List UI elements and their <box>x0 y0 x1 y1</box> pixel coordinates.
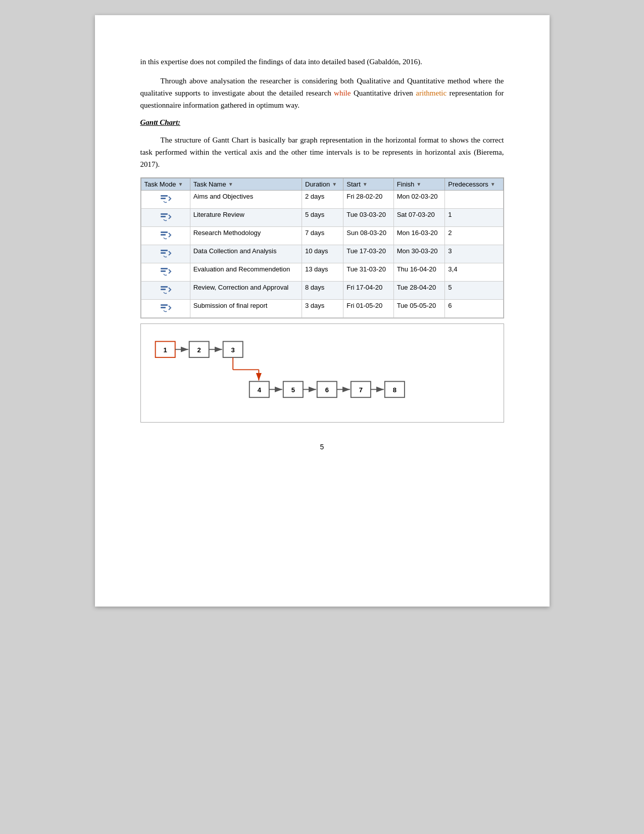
task-duration-cell: 3 days <box>302 300 343 318</box>
flow-label-5: 5 <box>291 386 294 394</box>
task-name-cell: Data Collection and Analysis <box>190 245 302 263</box>
svg-rect-1 <box>161 198 166 199</box>
svg-rect-12 <box>161 304 168 306</box>
task-name-cell: Review, Correction and Approval <box>190 282 302 300</box>
header-task-name[interactable]: Task Name ▼ <box>190 178 302 191</box>
task-mode-cell <box>141 209 190 227</box>
task-predecessors-cell: 3,4 <box>445 263 503 282</box>
page-number: 5 <box>140 443 504 451</box>
table-row: Literature Review5 daysTue 03-03-20Sat 0… <box>141 209 503 227</box>
task-mode-icon <box>160 302 172 314</box>
gantt-table-body: Aims and Objectives2 daysFri 28-02-20Mon… <box>141 191 503 318</box>
task-name-cell: Literature Review <box>190 209 302 227</box>
task-start-cell: Fri 17-04-20 <box>343 282 393 300</box>
task-start-cell: Fri 01-05-20 <box>343 300 393 318</box>
paragraph-2-middle: Quantitative driven <box>354 89 413 97</box>
table-row: Aims and Objectives2 daysFri 28-02-20Mon… <box>141 191 503 209</box>
task-mode-icon <box>160 211 172 223</box>
task-name-cell: Research Methodology <box>190 227 302 245</box>
task-mode-cell <box>141 263 190 282</box>
header-task-mode[interactable]: Task Mode ▼ <box>141 178 190 191</box>
flow-label-2: 2 <box>197 346 201 354</box>
task-finish-cell: Thu 16-04-20 <box>393 263 445 282</box>
task-finish-cell: Tue 28-04-20 <box>393 282 445 300</box>
svg-rect-8 <box>161 268 168 269</box>
gantt-table-container: Task Mode ▼ Task Name ▼ Duration ▼ <box>140 177 504 318</box>
table-row: Research Methodology7 daysSun 08-03-20Mo… <box>141 227 503 245</box>
table-row: Review, Correction and Approval8 daysFri… <box>141 282 503 300</box>
header-predecessors[interactable]: Predecessors ▼ <box>445 178 503 191</box>
document-page: in this expertise does not compiled the … <box>95 15 550 607</box>
duration-sort-arrow[interactable]: ▼ <box>332 181 337 187</box>
task-duration-cell: 7 days <box>302 227 343 245</box>
flow-diagram-container: 1 2 3 4 5 <box>140 323 504 423</box>
flow-label-1: 1 <box>163 346 167 354</box>
flow-label-3: 3 <box>231 346 234 354</box>
task-start-cell: Fri 28-02-20 <box>343 191 393 209</box>
task-name-cell: Submission of final report <box>190 300 302 318</box>
svg-rect-7 <box>161 252 166 254</box>
task-mode-icon <box>160 247 172 259</box>
paragraph-1: in this expertise does not compiled the … <box>140 56 504 68</box>
svg-rect-6 <box>161 250 168 251</box>
task-finish-cell: Mon 02-03-20 <box>393 191 445 209</box>
table-header-row: Task Mode ▼ Task Name ▼ Duration ▼ <box>141 178 503 191</box>
task-start-cell: Tue 31-03-20 <box>343 263 393 282</box>
task-mode-cell <box>141 282 190 300</box>
task-name-cell: Evaluation and Recommendetion <box>190 263 302 282</box>
task-predecessors-cell: 3 <box>445 245 503 263</box>
task-start-cell: Tue 17-03-20 <box>343 245 393 263</box>
svg-rect-0 <box>161 195 168 197</box>
word-while: while <box>334 89 351 97</box>
svg-rect-13 <box>161 307 166 308</box>
section-title: Gantt Chart: <box>140 118 504 127</box>
task-mode-icon <box>160 265 172 277</box>
task-finish-cell: Tue 05-05-20 <box>393 300 445 318</box>
table-row: Data Collection and Analysis10 daysTue 1… <box>141 245 503 263</box>
header-finish[interactable]: Finish ▼ <box>393 178 445 191</box>
paragraph-2: Through above analysation the researcher… <box>140 75 504 111</box>
gantt-table: Task Mode ▼ Task Name ▼ Duration ▼ <box>141 178 504 318</box>
paragraph-3: The structure of Gantt Chart is basicall… <box>140 134 504 170</box>
task-start-cell: Tue 03-03-20 <box>343 209 393 227</box>
task-mode-cell <box>141 227 190 245</box>
task-name-cell: Aims and Objectives <box>190 191 302 209</box>
task-duration-cell: 10 days <box>302 245 343 263</box>
task-mode-sort-arrow[interactable]: ▼ <box>178 181 183 187</box>
task-duration-cell: 2 days <box>302 191 343 209</box>
flow-label-6: 6 <box>325 386 328 394</box>
finish-sort-arrow[interactable]: ▼ <box>416 181 421 187</box>
task-mode-icon <box>160 193 172 205</box>
task-predecessors-cell: 1 <box>445 209 503 227</box>
task-duration-cell: 5 days <box>302 209 343 227</box>
task-finish-cell: Sat 07-03-20 <box>393 209 445 227</box>
flow-label-8: 8 <box>392 386 396 394</box>
svg-rect-9 <box>161 270 166 272</box>
flow-label-7: 7 <box>359 386 362 394</box>
task-finish-cell: Mon 30-03-20 <box>393 245 445 263</box>
task-duration-cell: 13 days <box>302 263 343 282</box>
header-start[interactable]: Start ▼ <box>343 178 393 191</box>
task-mode-icon <box>160 284 172 296</box>
predecessors-sort-arrow[interactable]: ▼ <box>490 181 496 187</box>
task-predecessors-cell <box>445 191 503 209</box>
task-mode-cell <box>141 245 190 263</box>
task-mode-cell <box>141 191 190 209</box>
paragraph-1-text: in this expertise does not compiled the … <box>140 58 422 66</box>
task-mode-cell <box>141 300 190 318</box>
svg-rect-4 <box>161 231 168 233</box>
paragraph-3-text: The structure of Gantt Chart is basicall… <box>140 136 504 168</box>
start-sort-arrow[interactable]: ▼ <box>363 181 368 187</box>
svg-rect-2 <box>161 213 168 215</box>
task-duration-cell: 8 days <box>302 282 343 300</box>
header-duration[interactable]: Duration ▼ <box>302 178 343 191</box>
svg-rect-3 <box>161 216 166 217</box>
task-predecessors-cell: 6 <box>445 300 503 318</box>
table-row: Submission of final report3 daysFri 01-0… <box>141 300 503 318</box>
task-start-cell: Sun 08-03-20 <box>343 227 393 245</box>
word-arithmetic: arithmetic <box>416 89 447 97</box>
task-finish-cell: Mon 16-03-20 <box>393 227 445 245</box>
table-row: Evaluation and Recommendetion13 daysTue … <box>141 263 503 282</box>
task-mode-icon <box>160 229 172 241</box>
task-name-sort-arrow[interactable]: ▼ <box>228 181 233 187</box>
